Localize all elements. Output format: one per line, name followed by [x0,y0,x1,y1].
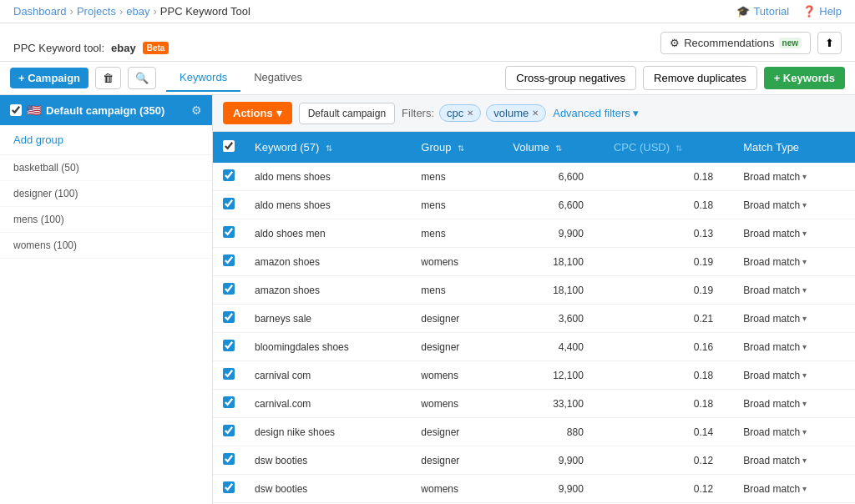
cpc-cell: 0.18 [604,191,733,219]
cross-group-button[interactable]: Cross-group negatives [505,66,636,90]
tutorial-link[interactable]: 🎓 Tutorial [736,5,789,18]
main-layout: 🇺🇸 Default campaign (350) ⚙ Add group ba… [0,95,855,504]
match-type-button-3[interactable]: Broad match ▾ [743,256,807,268]
cpc-column-header[interactable]: CPC (USD) ⇅ [604,132,733,163]
table-row: aldo shoes men mens 9,900 0.13 Broad mat… [213,219,855,248]
group-cell: womens [411,390,503,418]
tabs: Keywords Negatives [166,64,505,92]
volume-cell: 4,400 [503,333,604,361]
help-link[interactable]: ❓ Help [802,5,842,18]
match-type-button-10[interactable]: Broad match ▾ [743,455,807,466]
match-type-button-6[interactable]: Broad match ▾ [743,341,807,353]
row-checkbox-6[interactable] [223,340,235,351]
breadcrumb-current: PPC Keyword Tool [160,5,250,18]
match-type-chevron: ▾ [802,285,807,295]
select-all-checkbox[interactable] [223,140,235,152]
add-campaign-button[interactable]: + Campaign [10,68,89,88]
campaign-checkbox[interactable] [10,104,22,116]
match-type-button-5[interactable]: Broad match ▾ [743,313,807,325]
row-checkbox-3[interactable] [223,255,235,266]
match-type-button-4[interactable]: Broad match ▾ [743,285,807,296]
volume-cell: 3,600 [503,305,604,333]
keyword-cell: aldo mens shoes [245,163,411,191]
sort-volume-icon: ⇅ [555,144,562,153]
top-nav: Dashboard › Projects › ebay › PPC Keywor… [0,0,855,23]
tab-keywords[interactable]: Keywords [166,64,240,92]
row-checkbox-4[interactable] [223,283,235,295]
remove-duplicates-button[interactable]: Remove duplicates [643,66,757,90]
match-type-button-11[interactable]: Broad match ▾ [743,483,807,495]
table-row: dsw booties womens 9,900 0.12 Broad matc… [213,475,855,503]
row-checkbox-cell [213,163,245,191]
filter-volume-remove[interactable]: ✕ [532,108,539,118]
row-checkbox-10[interactable] [223,453,235,465]
breadcrumb-projects[interactable]: Projects [77,5,116,18]
group-item-womens[interactable]: womens (100) [0,233,212,259]
row-checkbox-11[interactable] [223,481,235,493]
toolbar: + Campaign 🗑 🔍 [10,62,156,94]
sidebar: 🇺🇸 Default campaign (350) ⚙ Add group ba… [0,95,213,504]
table-row: amazon shoes womens 18,100 0.19 Broad ma… [213,248,855,276]
table-row: carnival.com womens 33,100 0.18 Broad ma… [213,390,855,418]
group-item-designer[interactable]: designer (100) [0,181,212,207]
row-checkbox-2[interactable] [223,226,235,238]
delete-button[interactable]: 🗑 [95,67,121,89]
row-checkbox-cell [213,276,245,305]
match-type-cell: Broad match ▾ [733,219,855,248]
match-type-button-9[interactable]: Broad match ▾ [743,426,807,438]
row-checkbox-9[interactable] [223,425,235,436]
row-checkbox-cell [213,219,245,248]
advanced-filters-button[interactable]: Advanced filters ▾ [553,107,639,119]
tutorial-icon: 🎓 [736,5,750,18]
new-badge: new [779,38,802,48]
group-item-basketball[interactable]: basketball (50) [0,155,212,181]
volume-cell: 18,100 [503,276,604,305]
breadcrumb-dashboard[interactable]: Dashboard [13,5,67,18]
table-row: aldo mens shoes mens 6,600 0.18 Broad ma… [213,163,855,191]
keyword-column-header[interactable]: Keyword (57) ⇅ [245,132,411,163]
group-cell: mens [411,276,503,305]
group-cell: mens [411,163,503,191]
table-row: amazon shoes mens 18,100 0.19 Broad matc… [213,276,855,305]
row-checkbox-1[interactable] [223,198,235,209]
page-title: PPC Keyword tool: ebay Beta [13,42,169,54]
group-cell: designer [411,418,503,446]
help-icon: ❓ [802,5,816,18]
cpc-cell: 0.14 [604,418,733,446]
filter-cpc-remove[interactable]: ✕ [467,108,473,118]
cpc-cell: 0.12 [604,475,733,503]
match-type-chevron: ▾ [802,200,807,209]
sort-keyword-icon: ⇅ [326,144,332,153]
export-button[interactable]: ⬆ [817,32,842,54]
match-type-button-0[interactable]: Broad match ▾ [743,171,807,183]
keyword-cell: carnival com [245,361,411,390]
settings-icon[interactable]: ⚙ [191,103,202,117]
volume-cell: 9,900 [503,446,604,475]
group-column-header[interactable]: Group ⇅ [411,132,503,163]
match-type-button-2[interactable]: Broad match ▾ [743,228,807,239]
row-checkbox-cell [213,446,245,475]
search-button[interactable]: 🔍 [128,67,156,89]
top-nav-right: 🎓 Tutorial ❓ Help [736,5,842,18]
chevron-down-icon-2: ▾ [633,107,639,119]
actions-button[interactable]: Actions ▾ [223,102,292,124]
match-type-button-1[interactable]: Broad match ▾ [743,199,807,211]
breadcrumb-ebay[interactable]: ebay [126,5,149,18]
row-checkbox-8[interactable] [223,396,235,408]
match-type-chevron: ▾ [802,456,807,465]
tab-negatives[interactable]: Negatives [240,64,316,92]
keyword-cell: dsw booties [245,446,411,475]
filter-tag-cpc: cpc ✕ [439,104,481,122]
add-keywords-button[interactable]: + Keywords [764,67,845,89]
group-item-mens[interactable]: mens (100) [0,207,212,233]
row-checkbox-5[interactable] [223,311,235,323]
campaign-header[interactable]: 🇺🇸 Default campaign (350) ⚙ [0,95,212,125]
match-type-button-7[interactable]: Broad match ▾ [743,370,807,381]
row-checkbox-7[interactable] [223,368,235,380]
recommendations-button[interactable]: ⚙ Recommendations new [660,32,811,54]
match-type-cell: Broad match ▾ [733,248,855,276]
row-checkbox-0[interactable] [223,169,235,181]
match-type-button-8[interactable]: Broad match ▾ [743,398,807,410]
add-group-link[interactable]: Add group [0,125,212,155]
volume-column-header[interactable]: Volume ⇅ [503,132,604,163]
